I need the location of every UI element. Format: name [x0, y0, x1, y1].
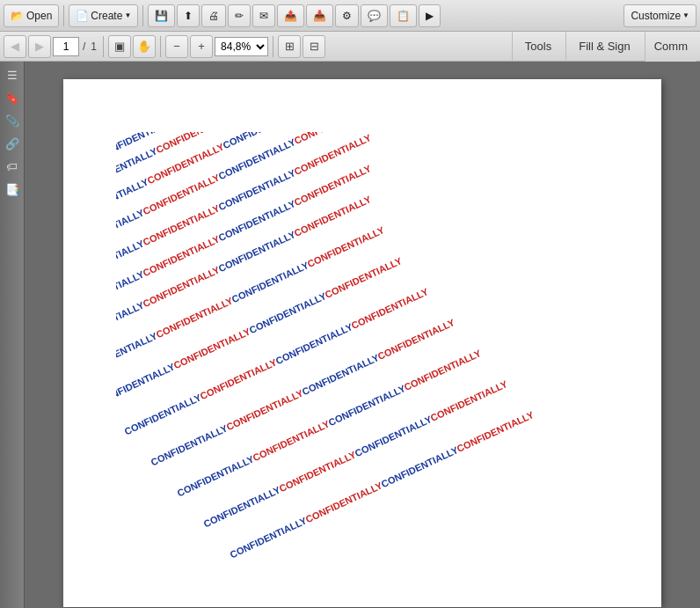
export-icon: 📤	[284, 10, 297, 22]
fill-sign-label: Fill & Sign	[579, 40, 631, 53]
zoom-in-button[interactable]: +	[190, 35, 213, 58]
gear-icon: ⚙	[342, 10, 352, 22]
separator	[273, 36, 273, 57]
watermark: CONFIDENTIALLYCONFIDENTIALLYCONFIDENTIAL…	[116, 132, 653, 590]
sidebar-bookmark-icon[interactable]: 🔖	[3, 88, 22, 107]
import-button[interactable]: 📥	[306, 4, 333, 27]
open-label: Open	[26, 10, 52, 22]
fit-page-icon: ⊞	[285, 40, 295, 53]
sidebar-tag-icon[interactable]: 🏷	[3, 157, 22, 176]
sidebar-pages-icon[interactable]: 📑	[3, 179, 22, 199]
create-label: Create	[91, 10, 122, 22]
form-button[interactable]: 📋	[390, 4, 417, 27]
customize-button[interactable]: Customize ▼	[623, 4, 696, 27]
separator	[63, 5, 64, 26]
document-page: CONFIDENTIALLYCONFIDENTIALLYCONFIDENTIAL…	[63, 79, 661, 607]
save-icon: 💾	[155, 10, 168, 22]
comm-tab[interactable]: Comm	[645, 32, 696, 62]
caret-icon: ▼	[682, 11, 689, 19]
fit-width-button[interactable]: ⊟	[303, 35, 325, 58]
page-total: 1	[91, 40, 97, 53]
mail-button[interactable]: ✉	[252, 4, 275, 27]
export-button[interactable]: 📤	[277, 4, 304, 27]
customize-label: Customize	[631, 10, 681, 22]
separator	[142, 5, 143, 26]
left-sidebar: ☰ 🔖 📎 🔗 🏷 📑	[0, 62, 25, 608]
zoom-select[interactable]: 84,8% 50% 75% 100% 125% 150%	[215, 37, 268, 56]
sidebar-link-icon[interactable]: 🔗	[3, 134, 22, 153]
document-area[interactable]: CONFIDENTIALLYCONFIDENTIALLYCONFIDENTIAL…	[25, 62, 700, 608]
more-icon: ▶	[426, 10, 434, 22]
comment-button[interactable]: 💬	[361, 4, 388, 27]
comm-label: Comm	[654, 40, 688, 53]
sidebar-attachment-icon[interactable]: 📎	[3, 111, 22, 130]
back-icon: ◀	[11, 40, 19, 53]
print-button[interactable]: 🖨	[201, 4, 226, 27]
fit-page-button[interactable]: ⊞	[278, 35, 301, 58]
fill-sign-tab[interactable]: Fill & Sign	[565, 32, 643, 62]
mail-icon: ✉	[259, 10, 268, 22]
hand-icon: ✋	[137, 40, 151, 53]
page-separator: /	[83, 40, 85, 53]
select-tool-button[interactable]: ▣	[108, 35, 131, 58]
sidebar-layers-icon[interactable]: ☰	[3, 65, 22, 84]
forward-icon: ▶	[35, 40, 44, 53]
comment-icon: 💬	[368, 10, 381, 22]
zoom-out-icon: −	[173, 40, 180, 53]
toolbar-nav: ◀ ▶ 1 / 1 ▣ ✋ − + 84,8% 50% 75% 100% 125…	[0, 32, 700, 62]
print-icon: 🖨	[208, 10, 219, 22]
hand-tool-button[interactable]: ✋	[133, 35, 156, 58]
zoom-in-icon: +	[198, 40, 205, 53]
back-button[interactable]: ◀	[4, 35, 26, 58]
separator	[103, 36, 104, 57]
fit-width-icon: ⊟	[310, 40, 319, 53]
upload-button[interactable]: ⬆	[177, 4, 200, 27]
upload-icon: ⬆	[184, 10, 193, 22]
toolbar-top: 📂 Open 📄 Create ▼ 💾 ⬆ 🖨 ✏ ✉ 📤 📥 ⚙ 💬 📋 ▶ …	[0, 0, 700, 32]
dropdown-caret: ▼	[124, 11, 131, 19]
forward-button[interactable]: ▶	[28, 35, 51, 58]
folder-icon: 📂	[11, 10, 24, 22]
edit-button[interactable]: ✏	[228, 4, 251, 27]
tools-tab[interactable]: Tools	[512, 32, 564, 62]
open-button[interactable]: 📂 Open	[4, 4, 59, 27]
save-button[interactable]: 💾	[148, 4, 175, 27]
page-number-input[interactable]: 1	[53, 37, 79, 56]
settings-button[interactable]: ⚙	[335, 4, 359, 27]
import-icon: 📥	[313, 10, 326, 22]
watermark-container: CONFIDENTIALLYCONFIDENTIALLYCONFIDENTIAL…	[116, 132, 653, 590]
create-icon: 📄	[76, 10, 89, 22]
tools-label: Tools	[525, 40, 551, 53]
edit-icon: ✏	[235, 10, 244, 22]
create-button[interactable]: 📄 Create ▼	[69, 4, 138, 27]
more-button[interactable]: ▶	[419, 4, 441, 27]
separator	[160, 36, 161, 57]
form-icon: 📋	[397, 10, 410, 22]
main-area: ☰ 🔖 📎 🔗 🏷 📑 CONFIDENTIALLYCONFIDENTIALLY…	[0, 62, 700, 608]
zoom-out-button[interactable]: −	[165, 35, 188, 58]
select-icon: ▣	[114, 40, 125, 53]
